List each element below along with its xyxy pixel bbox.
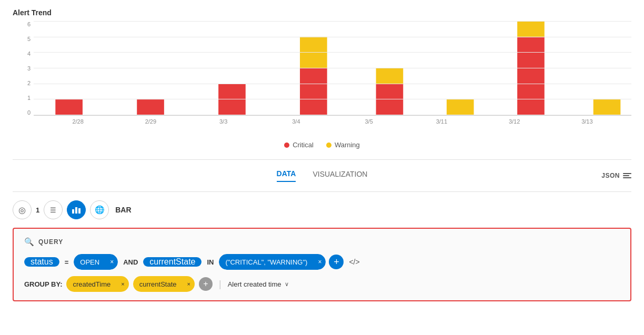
bar-chart-icon-btn[interactable] [67, 200, 86, 219]
svg-rect-12 [75, 207, 77, 214]
bar-label: BAR [115, 206, 131, 214]
chart-section: Alert Trend 6 5 4 3 2 1 0 [13, 8, 631, 149]
created-time-pill: createdTime × [66, 276, 128, 292]
add-filter-btn[interactable]: + [329, 255, 344, 269]
tabs-section: DATA VISUALIZATION JSON [13, 164, 631, 187]
tab-data[interactable]: DATA [277, 169, 296, 182]
x-label-313: 3/13 [574, 118, 600, 125]
svg-rect-13 [78, 208, 80, 214]
in-close-btn[interactable]: × [314, 254, 326, 270]
in-value-pill: ("CRITICAL", "WARNING") × [219, 254, 326, 270]
page-container: Alert Trend 6 5 4 3 2 1 0 [0, 0, 644, 310]
x-label-312: 3/12 [501, 118, 528, 125]
svg-rect-11 [72, 209, 74, 214]
query-box: 🔍 QUERY status = OPEN × AND currentState… [13, 228, 631, 301]
y-label-1: 1 [27, 95, 31, 101]
created-time-close[interactable]: × [117, 281, 128, 287]
status-field: status [24, 257, 59, 267]
and-op: AND [121, 258, 140, 266]
group-by-row: GROUP BY: createdTime × currentState × +… [24, 276, 620, 292]
bar-chart-icon [72, 206, 80, 214]
y-label-3: 3 [27, 65, 31, 72]
x-label-228: 2/28 [65, 118, 91, 125]
query-label: QUERY [38, 238, 63, 246]
current-state-group-value: currentState [133, 280, 183, 288]
y-label-2: 2 [27, 80, 31, 86]
toolbar: ◎ 1 ☰ 🌐 BAR [13, 196, 631, 226]
currentstate-pill: currentState [143, 254, 202, 270]
x-label-34: 3/4 [283, 118, 309, 125]
chart-legend: Critical Warning [13, 141, 631, 149]
add-group-btn[interactable]: + [199, 277, 213, 291]
open-pill: OPEN × [74, 254, 118, 270]
y-label-4: 4 [27, 50, 31, 57]
current-state-close[interactable]: × [183, 281, 195, 287]
tabs-divider [13, 191, 631, 192]
pipe-divider: | [217, 279, 224, 290]
json-lines-icon [623, 173, 631, 178]
critical-dot [284, 143, 289, 148]
created-time-value: createdTime [66, 280, 117, 288]
tab-visualization[interactable]: VISUALIZATION [313, 170, 367, 181]
chevron-down-icon: ∨ [285, 281, 289, 288]
query-icon: 🔍 [24, 237, 34, 247]
open-close-btn[interactable]: × [106, 254, 118, 270]
group-by-label: GROUP BY: [24, 280, 62, 288]
warning-label: Warning [335, 141, 360, 149]
list-icon-btn[interactable]: ☰ [44, 200, 63, 219]
query-header: 🔍 QUERY [24, 237, 620, 247]
legend-critical: Critical [284, 141, 314, 149]
alert-time-label: Alert created time [228, 280, 281, 288]
open-value: OPEN [74, 254, 106, 270]
x-label-311: 3/11 [428, 118, 455, 125]
globe-icon-btn[interactable]: 🌐 [90, 200, 109, 219]
toolbar-number: 1 [36, 206, 39, 214]
current-state-group-pill: currentState × [133, 276, 195, 292]
x-label-229: 2/29 [137, 118, 164, 125]
filter-row: status = OPEN × AND currentState IN ("CR… [24, 254, 620, 270]
target-icon-btn[interactable]: ◎ [13, 200, 32, 219]
x-label-33: 3/3 [210, 118, 237, 125]
alert-time-btn[interactable]: Alert created time ∨ [228, 280, 289, 288]
code-btn[interactable]: </> [347, 258, 361, 266]
critical-label: Critical [293, 141, 314, 149]
in-value: ("CRITICAL", "WARNING") [219, 254, 314, 270]
y-label-0: 0 [27, 109, 31, 116]
status-pill: status [24, 254, 59, 270]
x-label-35: 3/5 [356, 118, 382, 125]
y-label-6: 6 [27, 21, 31, 27]
currentstate-field: currentState [143, 257, 202, 267]
section-divider [13, 159, 631, 160]
legend-warning: Warning [326, 141, 360, 149]
json-button[interactable]: JSON [601, 172, 631, 179]
y-label-5: 5 [27, 36, 31, 42]
in-op: IN [205, 258, 216, 266]
equals-op: = [63, 258, 71, 266]
chart-title: Alert Trend [13, 8, 631, 17]
warning-dot [326, 143, 331, 148]
